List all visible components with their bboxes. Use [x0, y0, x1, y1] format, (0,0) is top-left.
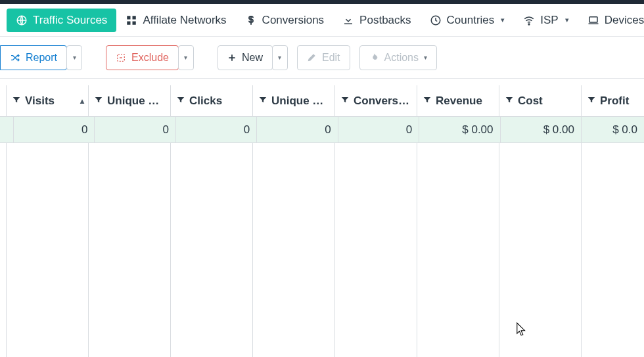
new-button[interactable]: New [218, 45, 273, 70]
chevron-down-icon: ▾ [424, 54, 427, 61]
summary-row: 0 0 0 0 0 $ 0.00 $ 0.00 $ 0.0 [0, 117, 644, 143]
col-label: Clicks [189, 94, 222, 108]
col-label: Profit [600, 94, 629, 108]
button-label: Exclude [131, 52, 169, 64]
svg-rect-2 [133, 16, 136, 19]
filter-icon [94, 94, 103, 108]
plus-icon [227, 53, 237, 62]
grid-icon [126, 14, 137, 26]
wifi-icon [523, 14, 535, 26]
cell-unique-clicks: 0 [257, 117, 338, 142]
nav-conversions[interactable]: Conversions [236, 9, 334, 32]
col-label: Visits [25, 94, 55, 108]
exclude-button[interactable]: Exclude [106, 45, 179, 70]
nav-devices[interactable]: Devices ▾ [578, 9, 644, 32]
col-label: Unique … [271, 94, 323, 108]
col-label: Cost [518, 94, 543, 108]
laptop-icon [587, 14, 599, 26]
filter-icon [423, 94, 432, 108]
report-button[interactable]: Report [0, 45, 67, 70]
nav-label: Conversions [262, 14, 325, 27]
nav-traffic-sources[interactable]: Traffic Sources [7, 9, 116, 32]
grid-header: Visits ▴ Unique … Clicks Unique … Conver… [0, 85, 644, 117]
col-label: Convers… [354, 94, 409, 108]
grid-body [0, 143, 644, 357]
cell-conversions: 0 [338, 117, 419, 142]
col-conversions[interactable]: Convers… [335, 85, 417, 116]
col-label: Revenue [436, 94, 482, 108]
filter-icon [12, 94, 21, 108]
new-dropdown[interactable]: ▾ [272, 45, 288, 70]
exclude-icon [116, 52, 126, 63]
sort-asc-icon: ▴ [80, 96, 84, 106]
filter-icon [587, 94, 596, 108]
col-visits[interactable]: Visits ▴ [7, 85, 89, 116]
action-toolbar: Report ▾ Exclude ▾ New ▾ Edit Actio [0, 37, 644, 79]
nav-label: Postbacks [359, 14, 411, 27]
col-unique-visits[interactable]: Unique … [89, 85, 171, 116]
filter-icon [505, 94, 514, 108]
globe-icon [16, 14, 28, 26]
svg-rect-4 [133, 21, 136, 24]
nav-label: Countries [447, 14, 495, 27]
button-label: New [242, 52, 263, 64]
svg-rect-1 [127, 16, 131, 19]
chevron-down-icon: ▾ [278, 54, 281, 61]
cell-unique-visits: 0 [95, 117, 175, 142]
nav-label: Devices [605, 14, 644, 27]
col-revenue[interactable]: Revenue [417, 85, 499, 116]
nav-countries[interactable]: Countries ▾ [421, 9, 515, 32]
svg-point-6 [528, 24, 530, 25]
nav-affiliate-networks[interactable]: Affilate Networks [116, 9, 235, 32]
cell-visits: 0 [14, 117, 95, 142]
nav-postbacks[interactable]: Postbacks [333, 9, 420, 32]
col-cost[interactable]: Cost [499, 85, 582, 116]
filter-icon [340, 94, 350, 108]
nav-label: Affilate Networks [143, 14, 226, 27]
cell-clicks: 0 [176, 117, 257, 142]
chevron-down-icon: ▾ [73, 54, 76, 61]
chevron-down-icon: ▾ [501, 16, 505, 24]
chevron-down-icon: ▾ [184, 54, 187, 61]
col-profit[interactable]: Profit [582, 85, 644, 116]
filter-icon [258, 94, 267, 108]
button-label: Edit [322, 52, 340, 64]
filter-icon [176, 94, 185, 108]
download-icon [342, 14, 354, 26]
svg-rect-7 [589, 16, 597, 22]
button-label: Actions [384, 52, 419, 64]
chevron-down-icon: ▾ [565, 16, 569, 24]
col-unique-clicks[interactable]: Unique … [253, 85, 335, 116]
col-label: Unique … [107, 94, 159, 108]
col-clicks[interactable]: Clicks [171, 85, 253, 116]
cell-revenue: $ 0.00 [419, 117, 500, 142]
exclude-dropdown[interactable]: ▾ [178, 45, 194, 70]
svg-rect-3 [127, 21, 131, 24]
edit-button[interactable]: Edit [297, 45, 350, 70]
nav-label: Traffic Sources [33, 14, 107, 27]
report-dropdown[interactable]: ▾ [66, 45, 82, 70]
nav-isp[interactable]: ISP ▾ [514, 9, 578, 32]
dollar-icon [245, 14, 257, 26]
clock-icon [430, 14, 442, 26]
cell-cost: $ 0.00 [501, 117, 582, 142]
cell-profit: $ 0.0 [582, 117, 644, 142]
flame-icon [369, 52, 379, 62]
shuffle-icon [10, 52, 20, 63]
primary-nav: Traffic Sources Affilate Networks Conver… [0, 4, 644, 37]
nav-label: ISP [540, 14, 558, 27]
pencil-icon [307, 52, 317, 62]
button-label: Report [26, 52, 57, 64]
actions-button[interactable]: Actions ▾ [359, 45, 437, 70]
